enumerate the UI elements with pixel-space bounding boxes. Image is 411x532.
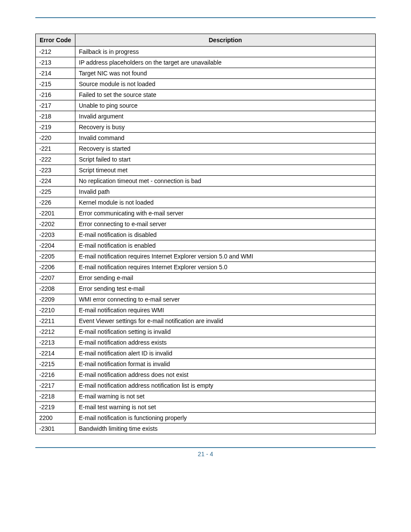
cell-error-code: -2212 xyxy=(36,327,75,337)
table-row: -2212E-mail notification setting is inva… xyxy=(36,327,376,337)
table-row: -2211Event Viewer settings for e-mail no… xyxy=(36,316,376,327)
cell-description: Event Viewer settings for e-mail notific… xyxy=(75,316,376,327)
cell-description: E-mail notification requires Internet Ex… xyxy=(75,262,376,273)
cell-description: Invalid argument xyxy=(75,111,376,122)
cell-error-code: -225 xyxy=(36,187,75,197)
table-row: -2202Error connecting to e-mail server xyxy=(36,219,376,230)
cell-description: Recovery is busy xyxy=(75,122,376,133)
cell-error-code: -214 xyxy=(36,68,75,79)
cell-error-code: -2218 xyxy=(36,391,75,402)
cell-description: E-mail notification format is invalid xyxy=(75,359,376,370)
cell-error-code: -2205 xyxy=(36,251,75,262)
error-code-table: Error Code Description -212Failback is i… xyxy=(35,34,376,434)
table-row: -2201Error communicating with e-mail ser… xyxy=(36,208,376,219)
table-row: -2205E-mail notification requires Intern… xyxy=(36,251,376,262)
table-row: -2301Bandwidth limiting time exists xyxy=(36,423,376,434)
table-row: -2208Error sending test e-mail xyxy=(36,283,376,294)
table-row: -2203E-mail notification is disabled xyxy=(36,230,376,240)
table-row: -2217E-mail notification address notific… xyxy=(36,380,376,391)
table-row: -2210E-mail notification requires WMI xyxy=(36,305,376,316)
table-row: -226Kernel module is not loaded xyxy=(36,197,376,208)
cell-description: Invalid path xyxy=(75,187,376,197)
cell-description: E-mail notification alert ID is invalid xyxy=(75,348,376,359)
cell-description: E-mail notification address does not exi… xyxy=(75,370,376,380)
table-row: -223Script timeout met xyxy=(36,165,376,176)
cell-description: E-mail notification setting is invalid xyxy=(75,327,376,337)
table-row: -2218E-mail warning is not set xyxy=(36,391,376,402)
cell-error-code: -220 xyxy=(36,133,75,143)
cell-error-code: -2217 xyxy=(36,380,75,391)
cell-description: Script timeout met xyxy=(75,165,376,176)
cell-description: Error connecting to e-mail server xyxy=(75,219,376,230)
header-description: Description xyxy=(75,34,376,47)
cell-error-code: -212 xyxy=(36,47,75,57)
table-row: -225Invalid path xyxy=(36,187,376,197)
cell-description: E-mail notification is functioning prope… xyxy=(75,413,376,423)
cell-description: E-mail notification requires WMI xyxy=(75,305,376,316)
cell-error-code: -2206 xyxy=(36,262,75,273)
table-row: -2204E-mail notification is enabled xyxy=(36,240,376,251)
cell-description: Kernel module is not loaded xyxy=(75,197,376,208)
table-row: -219Recovery is busy xyxy=(36,122,376,133)
cell-description: E-mail notification requires Internet Ex… xyxy=(75,251,376,262)
cell-error-code: -2215 xyxy=(36,359,75,370)
cell-description: Bandwidth limiting time exists xyxy=(75,423,376,434)
table-row: -2209WMI error connecting to e-mail serv… xyxy=(36,294,376,305)
cell-description: Recovery is started xyxy=(75,143,376,154)
cell-error-code: -2219 xyxy=(36,402,75,413)
cell-description: Source module is not loaded xyxy=(75,79,376,90)
cell-error-code: -217 xyxy=(36,100,75,111)
table-row: -224No replication timeout met - connect… xyxy=(36,176,376,187)
cell-error-code: -2204 xyxy=(36,240,75,251)
cell-description: E-mail notification address exists xyxy=(75,337,376,348)
cell-error-code: -2216 xyxy=(36,370,75,380)
cell-error-code: -219 xyxy=(36,122,75,133)
cell-description: Unable to ping source xyxy=(75,100,376,111)
table-row: -213IP address placeholders on the targe… xyxy=(36,57,376,68)
table-row: -220Invalid command xyxy=(36,133,376,143)
cell-error-code: -2213 xyxy=(36,337,75,348)
cell-description: Invalid command xyxy=(75,133,376,143)
table-row: -2207Error sending e-mail xyxy=(36,273,376,283)
cell-error-code: -213 xyxy=(36,57,75,68)
cell-error-code: -2211 xyxy=(36,316,75,327)
table-row: -2219E-mail test warning is not set xyxy=(36,402,376,413)
cell-error-code: -218 xyxy=(36,111,75,122)
table-row: -217Unable to ping source xyxy=(36,100,376,111)
cell-error-code: -2209 xyxy=(36,294,75,305)
table-row: -221Recovery is started xyxy=(36,143,376,154)
cell-error-code: -2201 xyxy=(36,208,75,219)
table-row: -216Failed to set the source state xyxy=(36,90,376,100)
cell-description: Error sending e-mail xyxy=(75,273,376,283)
cell-error-code: -216 xyxy=(36,90,75,100)
table-row: -2213E-mail notification address exists xyxy=(36,337,376,348)
cell-description: WMI error connecting to e-mail server xyxy=(75,294,376,305)
top-divider xyxy=(35,17,376,18)
cell-error-code: -2203 xyxy=(36,230,75,240)
cell-description: Error sending test e-mail xyxy=(75,283,376,294)
cell-error-code: -2210 xyxy=(36,305,75,316)
cell-error-code: -2207 xyxy=(36,273,75,283)
cell-description: E-mail warning is not set xyxy=(75,391,376,402)
table-row: -2215E-mail notification format is inval… xyxy=(36,359,376,370)
cell-error-code: -2301 xyxy=(36,423,75,434)
cell-description: Target NIC was not found xyxy=(75,68,376,79)
cell-description: E-mail test warning is not set xyxy=(75,402,376,413)
table-row: 2200E-mail notification is functioning p… xyxy=(36,413,376,423)
cell-error-code: -215 xyxy=(36,79,75,90)
page-number: 21 - 4 xyxy=(35,448,376,457)
cell-error-code: -223 xyxy=(36,165,75,176)
table-row: -2214E-mail notification alert ID is inv… xyxy=(36,348,376,359)
cell-description: Script failed to start xyxy=(75,154,376,165)
cell-error-code: -224 xyxy=(36,176,75,187)
table-row: -222Script failed to start xyxy=(36,154,376,165)
cell-error-code: -221 xyxy=(36,143,75,154)
cell-description: Error communicating with e-mail server xyxy=(75,208,376,219)
table-header-row: Error Code Description xyxy=(36,34,376,47)
cell-error-code: -226 xyxy=(36,197,75,208)
cell-error-code: 2200 xyxy=(36,413,75,423)
cell-error-code: -222 xyxy=(36,154,75,165)
cell-error-code: -2202 xyxy=(36,219,75,230)
table-row: -2216E-mail notification address does no… xyxy=(36,370,376,380)
cell-description: E-mail notification is enabled xyxy=(75,240,376,251)
